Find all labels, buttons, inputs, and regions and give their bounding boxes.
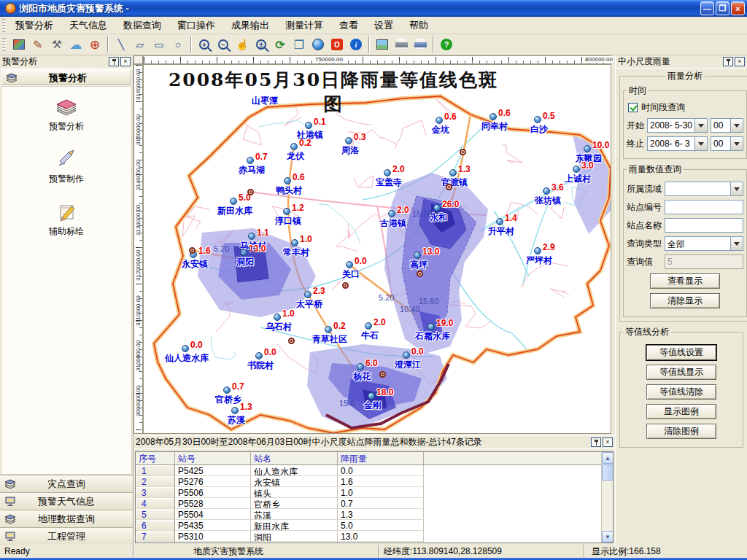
map-canvas[interactable]: 2008年05月30日降雨量等值线色斑图 山枣潭0.1社港镇0.3周洛0.6金坑… [143,64,611,434]
table-row[interactable]: 1P5425仙人造水库0.0 [136,465,613,476]
start-date-select[interactable]: 2008- 5-30 [647,118,708,133]
table-row[interactable]: 4P5528官桥乡0.7 [136,498,613,509]
line-tool-icon[interactable]: ╲ [112,36,130,53]
show-display-button[interactable]: 查看显示 [650,273,720,289]
station-marker[interactable] [345,137,352,144]
menu-item-7[interactable]: 查看 [331,17,366,34]
stop-icon[interactable]: O [328,36,346,53]
table-row[interactable]: 8P5315马战村1.1 [136,542,613,543]
end-hour-select[interactable]: 00 [711,136,743,151]
table-row[interactable]: 6P5435新田水库5.0 [136,520,613,531]
station-marker[interactable] [384,169,391,176]
end-date-select[interactable]: 2008- 6- 3 [647,136,708,151]
left-panel-close-icon[interactable]: × [120,57,131,66]
station-marker[interactable] [489,113,497,120]
station-marker[interactable] [543,187,550,195]
station-marker[interactable] [291,239,298,246]
station-marker[interactable] [325,326,332,333]
chevron-down-icon[interactable] [730,237,743,250]
station-marker[interactable] [449,169,457,176]
maximize-button[interactable]: ❐ [716,1,729,15]
table-panel-close-icon[interactable]: × [603,438,613,447]
chevron-down-icon[interactable] [730,182,743,195]
station-marker[interactable] [365,322,372,330]
minimize-button[interactable]: — [700,1,714,15]
station-marker[interactable] [284,177,291,184]
station-name-input[interactable] [665,218,743,233]
time-range-checkbox[interactable] [628,103,638,112]
pan-hand-icon[interactable]: ☝ [233,36,251,53]
title-bar[interactable]: 浏阳市地质灾害预警系统 - — ❐ × [0,0,747,17]
scroll-down-icon[interactable]: ▼ [602,531,614,542]
toolbar-grip[interactable] [2,38,5,51]
close-button[interactable]: × [731,1,745,15]
chevron-down-icon[interactable] [730,137,743,150]
station-marker[interactable] [305,122,312,129]
zoom-extent-icon[interactable]: ± [252,36,270,53]
menu-item-2[interactable]: 天气信息 [61,17,115,34]
station-marker[interactable] [496,218,503,225]
tool-item-3[interactable]: 辅助标绘 [1,198,131,243]
scroll-up-icon[interactable]: ▲ [602,452,614,464]
station-marker[interactable] [255,352,263,359]
menu-item-6[interactable]: 测量计算 [277,17,331,34]
contour-show-button[interactable]: 等值线显示 [646,365,716,380]
station-id-input[interactable] [665,200,743,214]
contour-settings-button[interactable]: 等值线设置 [646,345,716,360]
table-row[interactable]: 7P5310洞阳13.0 [136,531,613,542]
sidebar-item-4[interactable]: 工程管理 [0,527,133,545]
layers-map-icon[interactable] [10,36,28,53]
scrollbar-thumb[interactable] [602,464,614,481]
station-marker[interactable] [346,261,353,268]
menu-item-9[interactable]: 帮助 [401,17,436,34]
paintbrush-icon[interactable]: ✎ [29,36,47,53]
station-marker[interactable] [231,407,239,414]
table-row[interactable]: 2P5276永安镇1.6 [136,476,613,487]
table-scrollbar[interactable]: ▲ ▼ [601,452,613,542]
station-marker[interactable] [584,145,591,152]
contour-clear-button[interactable]: 等值线清除 [646,384,716,400]
left-panel-pin-icon[interactable] [109,57,119,66]
zoom-in-icon[interactable]: + [196,36,213,53]
station-marker[interactable] [573,166,580,173]
station-marker[interactable] [357,363,364,370]
print-icon[interactable] [392,36,410,53]
info-icon[interactable]: i [347,36,365,53]
station-marker[interactable] [427,323,435,330]
station-marker[interactable] [290,143,298,150]
menu-item-3[interactable]: 数据查询 [115,17,169,34]
menu-item-4[interactable]: 窗口操作 [169,17,223,34]
station-marker[interactable] [534,116,541,123]
rectangle-tool-icon[interactable]: ▭ [150,36,168,53]
left-section-header[interactable]: 预警分析 [1,69,132,86]
chevron-down-icon[interactable] [730,119,743,132]
table-row[interactable]: 3P5506镇头1.0 [136,487,613,498]
tool-item-2[interactable]: 预警制作 [1,145,131,190]
hammer-icon[interactable]: ⚒ [48,36,66,53]
query-type-select[interactable]: 全部 [665,236,743,251]
station-marker[interactable] [534,247,541,254]
station-marker[interactable] [414,252,421,259]
station-marker[interactable] [403,351,410,359]
station-marker[interactable] [283,208,290,215]
crosshair-icon[interactable]: ⊕ [86,36,104,53]
globe-icon[interactable] [309,36,327,53]
table-panel-pin-icon[interactable] [591,438,601,447]
station-marker[interactable] [433,204,441,211]
chevron-down-icon[interactable] [694,137,707,150]
station-marker[interactable] [388,210,395,217]
station-marker[interactable] [230,198,237,205]
table-row[interactable]: 5P5504苏溪1.3 [136,509,613,520]
menu-item-5[interactable]: 成果输出 [223,17,277,34]
menu-item-8[interactable]: 设置 [366,17,401,34]
menu-item-1[interactable]: 预警分析 [7,17,61,34]
help-icon[interactable]: ? [438,36,455,53]
menu-grip[interactable] [2,19,5,32]
station-marker[interactable] [274,314,281,321]
sidebar-item-2[interactable]: 预警天气信息 [0,492,133,510]
station-marker[interactable] [368,392,375,400]
station-marker[interactable] [304,291,311,298]
station-marker[interactable] [223,386,231,394]
station-marker[interactable] [182,345,189,352]
right-panel-pin-icon[interactable] [723,57,733,66]
